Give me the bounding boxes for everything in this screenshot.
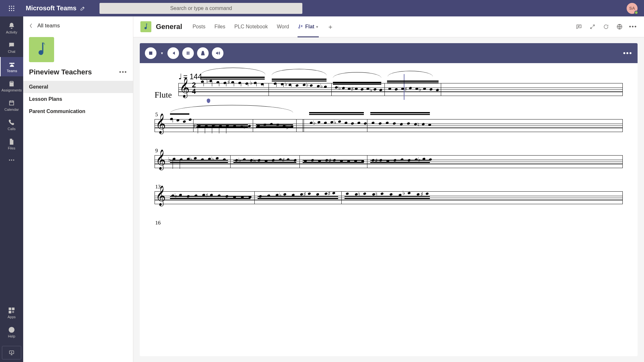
staff-system: 9 𝄞 bbox=[155, 148, 623, 168]
presence-available-icon bbox=[634, 11, 638, 14]
rail-label: Chat bbox=[8, 50, 15, 53]
rail-calendar[interactable]: Calendar bbox=[0, 96, 23, 115]
more-icon[interactable]: ••• bbox=[629, 23, 637, 31]
svg-rect-12 bbox=[9, 308, 11, 310]
expand-icon[interactable] bbox=[589, 23, 596, 31]
svg-text:12: 12 bbox=[202, 54, 204, 56]
rail-label: Assignments bbox=[2, 88, 22, 92]
download-desktop-icon[interactable] bbox=[2, 346, 21, 359]
music-note-icon bbox=[143, 23, 149, 31]
measure-number: 16 bbox=[155, 220, 623, 226]
playback-options-chevron[interactable]: ▾ bbox=[160, 51, 164, 55]
team-avatar[interactable] bbox=[29, 37, 54, 62]
rail-calls[interactable]: Calls bbox=[0, 115, 23, 134]
channel-general[interactable]: General bbox=[23, 81, 133, 93]
channel-parent-communication[interactable]: Parent Communication bbox=[23, 105, 133, 118]
rail-label: Calendar bbox=[5, 108, 19, 111]
tab-word[interactable]: Word bbox=[274, 16, 292, 37]
svg-point-4 bbox=[11, 8, 12, 9]
staff-system: 5 𝄞 bbox=[155, 111, 623, 132]
volume-button[interactable] bbox=[212, 47, 223, 59]
globe-icon[interactable] bbox=[616, 23, 623, 31]
staff-system: Flute 𝄞 2 4 bbox=[155, 83, 623, 96]
svg-point-6 bbox=[9, 10, 10, 11]
notes: [] bbox=[178, 75, 623, 99]
rail-label: Activity bbox=[6, 30, 17, 34]
svg-point-7 bbox=[11, 10, 12, 11]
svg-point-1 bbox=[11, 5, 12, 6]
rail-label: Files bbox=[8, 146, 15, 150]
app-launcher-icon[interactable] bbox=[4, 5, 19, 12]
channel-title: General bbox=[156, 23, 182, 31]
user-avatar[interactable]: SA bbox=[627, 3, 638, 14]
back-to-all-teams[interactable]: All teams bbox=[23, 16, 133, 35]
svg-point-0 bbox=[9, 5, 10, 6]
rail-apps[interactable]: Apps bbox=[0, 305, 23, 324]
metronome-button[interactable]: 12 bbox=[197, 47, 209, 59]
staff-system: 16 bbox=[155, 220, 623, 226]
svg-rect-21 bbox=[187, 52, 188, 55]
add-tab-button[interactable]: ＋ bbox=[325, 22, 336, 32]
playback-marker-icon bbox=[207, 99, 210, 103]
main-content: General Posts Files PLC Notebook Word Fl… bbox=[133, 16, 644, 362]
reload-icon[interactable] bbox=[602, 23, 610, 31]
search-placeholder: Search or type a command bbox=[170, 5, 232, 11]
compose-icon[interactable] bbox=[76, 2, 89, 15]
app-rail: Activity Chat Teams Assignments Calendar… bbox=[0, 16, 23, 362]
rail-label: Teams bbox=[7, 69, 17, 73]
flat-more-icon[interactable]: ••• bbox=[623, 49, 632, 57]
svg-point-3 bbox=[9, 8, 10, 9]
tab-files[interactable]: Files bbox=[211, 16, 229, 37]
svg-point-10 bbox=[11, 159, 12, 161]
teams-sidebar: All teams Pineview Teachers ••• General … bbox=[23, 16, 133, 362]
svg-point-5 bbox=[13, 8, 14, 9]
music-note-icon bbox=[34, 41, 49, 59]
rail-label: Help bbox=[8, 334, 15, 338]
rail-files[interactable]: Files bbox=[0, 134, 23, 154]
tab-plc-notebook[interactable]: PLC Notebook bbox=[231, 16, 271, 37]
svg-point-9 bbox=[9, 159, 10, 161]
svg-rect-20 bbox=[149, 52, 152, 55]
flat-app-icon bbox=[298, 24, 303, 29]
conversation-icon[interactable] bbox=[575, 23, 583, 31]
chevron-left-icon bbox=[29, 23, 33, 28]
search-input[interactable]: Search or type a command bbox=[99, 3, 302, 14]
tab-label: Flat bbox=[305, 24, 314, 30]
staff-system: 13 𝄞 bbox=[155, 184, 623, 204]
rail-label: Calls bbox=[8, 127, 15, 131]
svg-point-16 bbox=[11, 331, 12, 331]
notes bbox=[155, 184, 623, 207]
team-more-icon[interactable]: ••• bbox=[119, 69, 127, 76]
rail-label: Apps bbox=[7, 315, 15, 319]
back-label: All teams bbox=[37, 23, 60, 29]
svg-rect-14 bbox=[9, 311, 11, 313]
rail-more[interactable] bbox=[0, 154, 23, 167]
music-score[interactable]: ♩ = 144 Flute 𝄞 2 4 bbox=[140, 63, 638, 356]
rail-teams[interactable]: Teams bbox=[0, 57, 23, 76]
chevron-down-icon: ▾ bbox=[316, 25, 318, 29]
rail-assignments[interactable]: Assignments bbox=[0, 76, 23, 96]
channel-lesson-plans[interactable]: Lesson Plans bbox=[23, 93, 133, 105]
svg-rect-22 bbox=[188, 52, 189, 55]
team-name: Pineview Teachers bbox=[29, 68, 92, 76]
skip-back-button[interactable] bbox=[167, 47, 179, 59]
notes bbox=[155, 111, 623, 135]
flat-app: ▾ 12 ••• ♩ = 144 Flute 𝄞 bbox=[140, 43, 638, 356]
instrument-label: Flute bbox=[155, 90, 172, 100]
app-title: Microsoft Teams bbox=[26, 5, 76, 12]
svg-point-11 bbox=[13, 159, 14, 161]
svg-point-8 bbox=[13, 10, 14, 11]
rail-chat[interactable]: Chat bbox=[0, 38, 23, 57]
pause-button[interactable] bbox=[182, 47, 194, 59]
tab-flat[interactable]: Flat ▾ bbox=[295, 16, 321, 37]
channel-header: General Posts Files PLC Notebook Word Fl… bbox=[133, 16, 644, 37]
user-initials: SA bbox=[629, 6, 635, 11]
stop-button[interactable] bbox=[145, 47, 156, 59]
channel-icon bbox=[140, 21, 151, 32]
rail-help[interactable]: Help bbox=[0, 324, 23, 343]
flat-toolbar: ▾ 12 ••• bbox=[140, 43, 638, 63]
rail-activity[interactable]: Activity bbox=[0, 18, 23, 38]
svg-point-2 bbox=[13, 5, 14, 6]
tab-posts[interactable]: Posts bbox=[189, 16, 209, 37]
svg-rect-13 bbox=[12, 308, 14, 310]
